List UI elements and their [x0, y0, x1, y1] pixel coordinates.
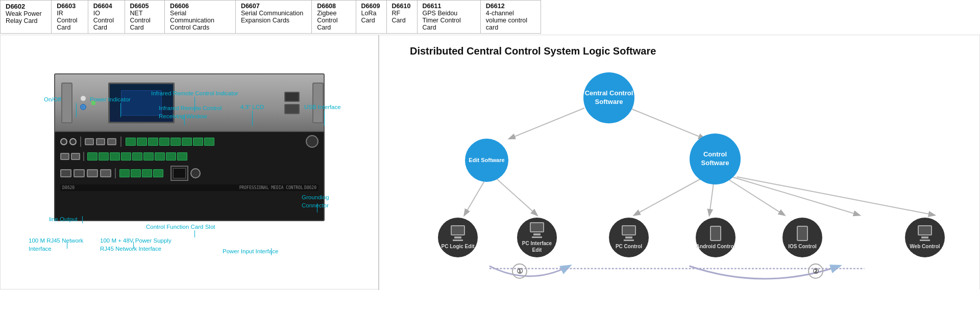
label-power-indicator: Power Indicator [90, 96, 131, 102]
line-line-output [82, 216, 83, 223]
device-bottom-unit: D8620 PROFESSIONAL MEDIA CONTROL D8620 [54, 132, 325, 221]
line-power-input [271, 248, 272, 255]
line-on-off [76, 103, 77, 117]
node-central-control: Central Control Software [583, 72, 634, 123]
card-d6605: D6605 NET Control Card [125, 1, 165, 33]
line-lcd [252, 111, 253, 126]
label-usb: USB Interface [304, 104, 341, 110]
line-network [67, 242, 67, 249]
svg-line-2 [464, 177, 487, 215]
card-code: D6607 [241, 3, 306, 10]
card-code: D6608 [317, 3, 350, 10]
label-on-off: On/Off [44, 96, 61, 102]
node-control-software: Control Software [690, 134, 741, 184]
card-name: LoRa Card [361, 10, 381, 24]
card-code: D6612 [486, 3, 535, 10]
card-d6602: D6602 Weak Power Relay Card [1, 1, 52, 33]
top-cards-table: D6602 Weak Power Relay Card D6603 IR Con… [0, 0, 541, 34]
node-edit-software: Edit Software [465, 139, 508, 182]
card-code: D6609 [361, 3, 381, 10]
line-grounding [317, 203, 317, 213]
line-usb [324, 111, 325, 126]
svg-line-6 [724, 177, 785, 215]
svg-line-1 [629, 108, 704, 139]
card-d6609: D6609 LoRa Card [356, 1, 387, 33]
card-code: D6602 [6, 3, 46, 10]
line-infrared-window [184, 114, 185, 125]
label-network: 100 M RJ45 NetworkInterface [29, 236, 83, 253]
card-name: Zigbee Control Card [317, 10, 350, 31]
card-name: IR Control Card [57, 10, 82, 31]
card-name: Serial Communication Expansion Cards [241, 10, 306, 24]
flowchart: Central Control Software Edit Software C… [389, 67, 969, 281]
node-android-control: Android Control [696, 218, 736, 257]
card-d6608: D6608 Zigbee Control Card [312, 1, 356, 33]
card-code: D6605 [130, 3, 160, 10]
card-d6610: D6610 RF Card [387, 1, 418, 33]
card-name: Serial Communication Control Cards [170, 10, 230, 31]
node-pc-control: PC Control [609, 218, 649, 257]
card-name: GPS Beidou Timer Control Card [423, 10, 475, 31]
line-power-supply [133, 242, 134, 249]
label-card-slot: Control Function Card Slot [146, 224, 215, 230]
circle-num-1: ① [512, 263, 527, 279]
card-d6607: D6607 Serial Communication Expansion Car… [236, 1, 312, 33]
circle-num-2: ② [808, 263, 823, 279]
card-d6606: D6606 Serial Communication Control Cards [165, 1, 236, 33]
svg-line-3 [495, 177, 537, 215]
card-code: D6604 [93, 3, 119, 10]
svg-line-0 [509, 108, 584, 139]
card-code: D6611 [423, 3, 475, 10]
card-name: IO Control Card [93, 10, 119, 31]
svg-line-7 [732, 177, 860, 215]
label-infrared-window: Infrared Remote ControlReceiving Window [159, 104, 222, 120]
diagram-title: Distributed Central Control System Logic… [410, 45, 969, 57]
device-diagram: D8620 PROFESSIONAL MEDIA CONTROL D8620 O… [1, 35, 378, 290]
card-code: D6603 [57, 3, 82, 10]
card-name: NET Control Card [130, 10, 160, 31]
card-name: RF Card [392, 10, 412, 24]
label-grounding: GroundingConnector [302, 193, 329, 209]
card-d6603: D6603 IR Control Card [52, 1, 88, 33]
card-name: Weak Power Relay Card [6, 10, 46, 24]
svg-line-8 [737, 177, 935, 215]
card-code: D6610 [392, 3, 412, 10]
label-lcd: 4.3" LCD [240, 104, 264, 110]
flowchart-section: Distributed Central Control System Logic… [379, 35, 979, 290]
node-ios-control: IOS Control [782, 218, 822, 257]
middle-section: D8620 PROFESSIONAL MEDIA CONTROL D8620 O… [0, 35, 980, 289]
line-card-slot [194, 230, 195, 237]
label-line-output: line Output [49, 216, 78, 222]
line-power-indicator [120, 103, 121, 117]
card-d6611: D6611 GPS Beidou Timer Control Card [418, 1, 481, 33]
label-power-supply: 100 M + 48V Power SupplyRJ45 Network Int… [100, 236, 172, 253]
label-power-input: Power Input Interface [223, 248, 278, 254]
card-code: D6606 [170, 3, 230, 10]
card-d6612: D6612 4-channel volume control card [481, 1, 541, 33]
node-pc-logic-edit: PC Logic Edit [438, 218, 478, 257]
svg-line-4 [634, 177, 704, 215]
card-d6604: D6604 IO Control Card [88, 1, 125, 33]
card-name: 4-channel volume control card [486, 10, 535, 31]
label-infrared-indicator: Infrared Remote Control Indicator [151, 90, 238, 96]
node-web-control: Web Control [905, 218, 945, 257]
device-top-unit [54, 73, 325, 132]
node-pc-interface-edit: PC Interface Edit [517, 218, 557, 257]
